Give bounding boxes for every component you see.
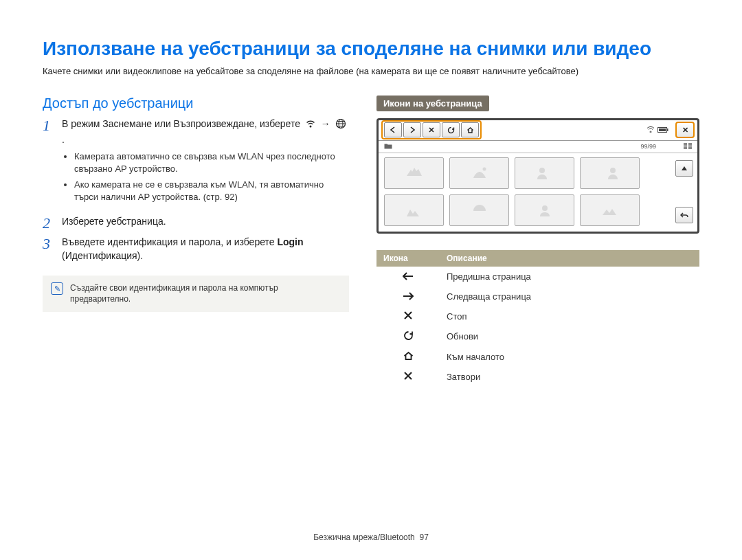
step-3-pre: Въведете идентификация и парола, и избер…	[62, 236, 277, 247]
thumbnail-counter: 99/99	[640, 143, 656, 150]
bullet: Ако камерата не се е свързвала към WLAN,…	[74, 179, 349, 203]
forward-button[interactable]	[403, 122, 421, 137]
note-icon: ✎	[51, 282, 63, 295]
table-row: Затвори	[376, 367, 699, 387]
wireless-icon	[305, 118, 316, 133]
thumbnail[interactable]	[449, 157, 509, 189]
section-badge: Икони на уебстраница	[376, 96, 489, 111]
page-intro: Качете снимки или видеоклипове на уебсай…	[43, 66, 699, 76]
page-nav	[675, 160, 693, 223]
note-box: ✎ Създайте свои идентификация и парола н…	[43, 276, 349, 313]
wifi-status-icon	[647, 126, 655, 134]
step-2: 2 Изберете уебстраница.	[43, 214, 349, 231]
svg-point-9	[482, 167, 486, 170]
thumbnail[interactable]	[384, 194, 444, 226]
step-number: 1	[43, 117, 62, 133]
thumbnail[interactable]	[515, 157, 574, 189]
step-1-bullets: Камерата автоматично се свързва към WLAN…	[74, 150, 349, 203]
footer-page: 97	[419, 533, 428, 542]
thumbnail[interactable]	[580, 157, 640, 189]
arrow-icon: →	[321, 118, 330, 129]
browser-toolbar: ✕	[379, 120, 697, 141]
close-icon	[376, 367, 440, 387]
status-area	[647, 126, 668, 134]
step-3: 3 Въведете идентификация и парола, и изб…	[43, 235, 349, 263]
step-3-strong: Login	[277, 236, 303, 247]
camera-screen: ✕ 99/99	[376, 118, 699, 234]
step-body: Въведете идентификация и парола, и избер…	[62, 235, 349, 263]
page-up-button[interactable]	[675, 160, 693, 177]
refresh-button[interactable]	[442, 122, 460, 137]
step-1-pre: В режим Заснемане или Възпроизвеждане, и…	[62, 118, 300, 129]
sub-toolbar: 99/99	[379, 141, 697, 153]
section-heading: Достъп до уебстраници	[43, 96, 349, 111]
manual-page: Използване на уебстраници за споделяне н…	[0, 0, 742, 560]
stop-button[interactable]	[423, 122, 440, 137]
thumbnail-grid	[379, 153, 697, 230]
table-row: Следваща страница	[376, 287, 699, 306]
left-column: Достъп до уебстраници 1 В режим Заснеман…	[43, 96, 349, 387]
step-number: 3	[43, 235, 62, 251]
thumbnail[interactable]	[515, 194, 574, 226]
page-title: Използване на уебстраници за споделяне н…	[43, 37, 699, 60]
thumbnail[interactable]	[384, 157, 444, 189]
folder-icon	[384, 143, 392, 150]
th-desc: Описание	[440, 250, 699, 267]
table-row: Стоп	[376, 306, 699, 326]
thumbnail[interactable]	[449, 194, 509, 226]
close-button[interactable]: ✕	[675, 122, 695, 138]
svg-rect-5	[684, 143, 687, 146]
step-3-post: (Идентификация).	[62, 250, 143, 261]
icon-desc: Към началото	[440, 347, 699, 367]
step-body: В режим Заснемане или Възпроизвеждане, и…	[62, 117, 349, 210]
table-row: Предишна страница	[376, 267, 699, 287]
step-1: 1 В режим Заснемане или Възпроизвеждане,…	[43, 117, 349, 210]
forward-arrow-icon	[376, 287, 440, 306]
undo-button[interactable]	[675, 207, 693, 223]
step-1-post: .	[62, 134, 65, 145]
content-columns: Достъп до уебстраници 1 В режим Заснеман…	[43, 96, 699, 387]
svg-rect-8	[688, 146, 692, 149]
svg-rect-4	[659, 128, 666, 131]
right-column: Икони на уебстраница ✕	[376, 96, 699, 387]
icon-desc: Следваща страница	[440, 287, 699, 306]
thumbnail[interactable]	[580, 194, 640, 226]
refresh-icon	[376, 326, 440, 347]
footer-section: Безжична мрежа/Bluetooth	[313, 533, 415, 542]
home-icon	[376, 347, 440, 367]
home-button[interactable]	[461, 122, 479, 137]
icon-legend-table: Икона Описание Предишна страница Следващ…	[376, 250, 699, 387]
icon-desc: Стоп	[440, 306, 699, 326]
note-text: Създайте свои идентификация и парола на …	[70, 282, 341, 306]
svg-rect-3	[667, 128, 668, 131]
battery-status-icon	[657, 126, 668, 134]
table-row: Обнови	[376, 326, 699, 347]
grid-icon	[684, 143, 692, 150]
icon-desc: Затвори	[440, 367, 699, 387]
icon-desc: Обнови	[440, 326, 699, 347]
svg-point-11	[610, 168, 616, 173]
back-arrow-icon	[376, 267, 440, 287]
table-row: Към началото	[376, 347, 699, 367]
svg-point-12	[542, 205, 548, 211]
nav-button-group	[381, 120, 482, 139]
step-body: Изберете уебстраница.	[62, 214, 349, 228]
page-footer: Безжична мрежа/Bluetooth 97	[0, 533, 742, 542]
bullet: Камерата автоматично се свързва към WLAN…	[74, 150, 349, 175]
icon-desc: Предишна страница	[440, 267, 699, 287]
stop-icon	[376, 306, 440, 326]
svg-rect-7	[684, 146, 687, 149]
globe-icon	[335, 118, 346, 133]
th-icon: Икона	[376, 250, 440, 267]
back-button[interactable]	[384, 122, 402, 137]
step-number: 2	[43, 214, 62, 231]
svg-rect-6	[688, 143, 692, 146]
svg-point-10	[539, 168, 545, 173]
